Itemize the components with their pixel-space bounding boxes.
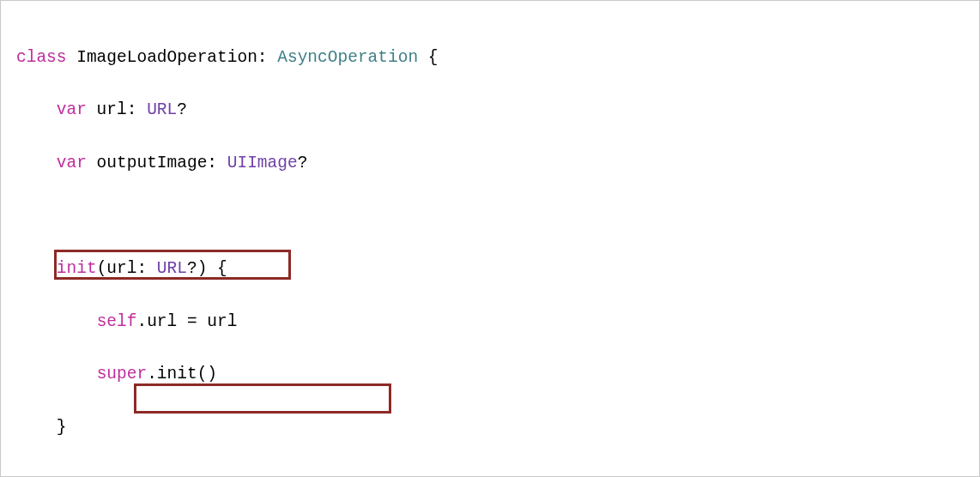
keyword-super: super xyxy=(97,365,148,383)
type-name: ImageLoadOperation xyxy=(76,48,257,67)
code-line: class ImageLoadOperation: AsyncOperation… xyxy=(16,45,964,71)
highlight-annotation xyxy=(134,383,391,414)
code-line xyxy=(16,203,964,230)
code-line: var url: URL? xyxy=(16,97,964,124)
type-ref: URL xyxy=(147,100,177,119)
code-block: class ImageLoadOperation: AsyncOperation… xyxy=(0,0,980,477)
code-line: var outputImage: UIImage? xyxy=(16,150,964,177)
keyword-class: class xyxy=(16,48,67,67)
type-ref: AsyncOperation xyxy=(277,48,418,67)
code-line xyxy=(16,468,964,477)
keyword-var: var xyxy=(57,154,87,172)
code-line: } xyxy=(16,414,964,441)
highlight-annotation xyxy=(54,250,291,280)
type-ref: UIImage xyxy=(227,154,298,172)
keyword-self: self xyxy=(97,312,137,331)
keyword-var: var xyxy=(57,100,87,119)
code-line: self.url = url xyxy=(16,309,964,335)
